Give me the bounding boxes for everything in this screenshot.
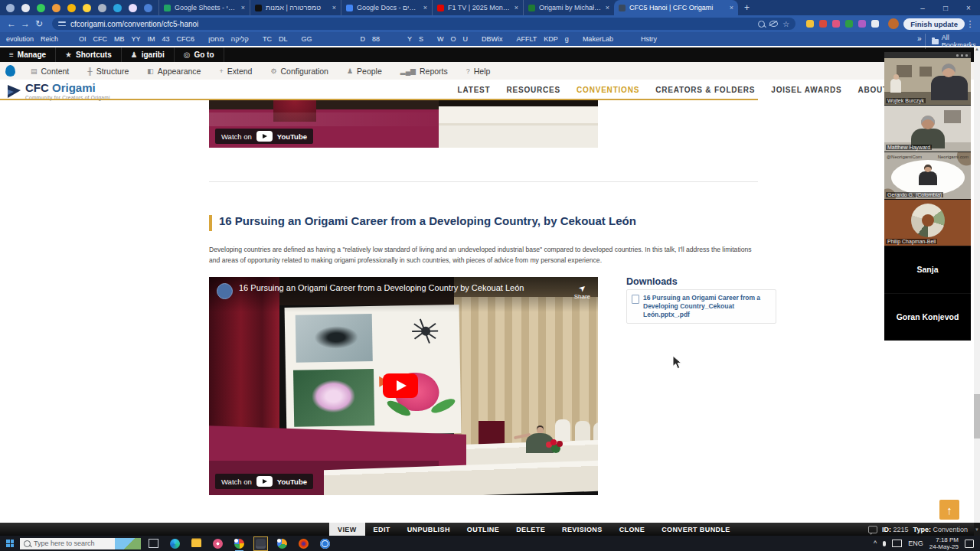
participant-tile[interactable]: Matthew Hayward Matthew Hayward [884, 106, 971, 153]
taskbar-app-icon[interactable] [212, 538, 224, 549]
drupal-admin-item[interactable]: ★ Shortcuts [56, 47, 122, 62]
participant-tile[interactable]: Philip Chapman-Bell Philip Chapman-Bell [884, 200, 971, 247]
youtube-embed-main[interactable]: 16 Pursuing an Origami Career from a Dev… [209, 277, 598, 495]
bookmark-item[interactable]: 88 [372, 35, 380, 43]
drupal-menu-item[interactable]: ? Help [457, 62, 500, 80]
bookmark-item[interactable]: U [463, 35, 469, 43]
node-admin-tab[interactable]: OUTLINE [459, 523, 508, 536]
drupal-menu-item[interactable]: ▂▄▆ Reports [391, 62, 457, 80]
extension-icon[interactable] [819, 20, 827, 28]
node-admin-tab[interactable]: REVISIONS [554, 523, 611, 536]
pinned-tab-icon[interactable] [83, 4, 91, 12]
participant-tile[interactable]: Sanja Sanja [884, 246, 971, 294]
bookmark-item[interactable]: D [360, 35, 365, 43]
participant-tile[interactable]: Wojtek Burczyk Wojtek Burczyk [884, 58, 971, 106]
watch-on-youtube-badge[interactable]: Watch on YouTube [215, 474, 313, 489]
pinned-tab-icon[interactable] [67, 4, 76, 12]
extension-icon[interactable] [832, 20, 840, 28]
taskbar-search[interactable]: Type here to search [20, 538, 141, 549]
scrollbar-up-arrow[interactable]: ▲ [974, 46, 980, 52]
taskbar-app-icon[interactable] [298, 538, 309, 549]
back-to-top-button[interactable]: ↑ [939, 500, 959, 520]
tab-close-icon[interactable]: × [606, 4, 609, 11]
reload-button[interactable]: ↻ [32, 18, 46, 29]
scrollbar-thumb[interactable] [974, 394, 980, 439]
channel-avatar[interactable] [217, 283, 233, 299]
bookmark-item[interactable]: IM [148, 35, 155, 43]
profile-avatar[interactable] [888, 18, 899, 29]
language-indicator[interactable]: ENG [908, 540, 923, 547]
extension-icon[interactable] [845, 20, 853, 28]
taskbar-app-icon[interactable] [234, 538, 245, 549]
bookmark-item[interactable]: YY [132, 35, 141, 43]
drupal-menu-item[interactable]: + Extend [210, 62, 261, 80]
site-nav-item[interactable]: CREATORS & FOLDERS [655, 86, 755, 94]
task-view-icon[interactable] [149, 539, 158, 548]
pinned-tab-icon[interactable] [6, 4, 15, 12]
drupal-menu-item[interactable]: ╫ Structure [78, 62, 138, 80]
back-button[interactable]: ← [5, 18, 18, 29]
extension-icon[interactable] [858, 20, 866, 28]
node-admin-tab[interactable]: DELETE [508, 523, 554, 536]
taskbar-app-icon[interactable] [319, 538, 331, 549]
scrollbar-track[interactable] [974, 46, 980, 523]
all-bookmarks-button[interactable]: All Bookmarks [925, 34, 980, 49]
browser-menu-icon[interactable]: ⋮ [965, 19, 975, 29]
drupal-menu-item[interactable]: ⚙ Configuration [261, 62, 338, 80]
pinned-tab-icon[interactable] [98, 4, 106, 12]
start-button[interactable] [0, 540, 20, 547]
pinned-tab-icon[interactable] [52, 4, 60, 12]
browser-tab[interactable]: Google Sheets - חישבני מחזורי עמי × [158, 0, 250, 15]
tab-close-icon[interactable]: × [514, 4, 518, 11]
bookmark-item[interactable]: מחסן [208, 35, 224, 43]
browser-tab[interactable]: Origami by Michał Kosmulski × [523, 0, 614, 15]
drupal-menu-item[interactable]: ▤ Content [21, 62, 78, 80]
maximize-button[interactable]: □ [934, 4, 957, 12]
youtube-play-button[interactable] [383, 373, 418, 398]
bookmark-item[interactable]: W [437, 35, 444, 43]
drupal-logo-icon[interactable] [5, 65, 15, 77]
new-tab-button[interactable]: + [744, 2, 750, 13]
call-panel-header[interactable] [884, 52, 971, 58]
taskbar-clock[interactable]: 7:18 PM 24-May-25 [929, 536, 959, 550]
tab-close-icon[interactable]: × [241, 4, 245, 11]
drupal-menu-item[interactable]: ♟ People [338, 62, 391, 80]
weather-widget[interactable] [115, 538, 141, 549]
bookmark-item[interactable]: DBWix [482, 35, 503, 43]
close-button[interactable]: × [957, 4, 980, 12]
password-eye-icon[interactable] [769, 21, 778, 27]
bookmark-item[interactable]: Y [407, 35, 412, 43]
taskbar-app-icon[interactable] [169, 538, 181, 549]
download-file-link[interactable]: 16 Pursuing an Origami Career from a Dev… [643, 294, 771, 319]
drupal-menu-item[interactable]: ◧ Appearance [138, 62, 210, 80]
bookmark-item[interactable]: 43 [162, 35, 170, 43]
site-nav-item[interactable]: LATEST [458, 86, 491, 94]
zoom-icon[interactable] [758, 21, 765, 28]
browser-tab[interactable]: F1 TV | 2025 Monaco GP - Qua × [432, 0, 523, 15]
pinned-tab-icon[interactable] [21, 4, 30, 12]
site-nav-item[interactable]: JOISEL AWARDS [771, 86, 841, 94]
participant-tile[interactable]: Goran Konjevod Goran Konjevod [884, 294, 971, 341]
node-admin-tab[interactable]: EDIT [365, 523, 399, 536]
node-admin-tab[interactable]: VIEW [329, 523, 365, 536]
site-info-icon[interactable] [58, 21, 66, 27]
video-call-panel[interactable]: Wojtek Burczyk Wojtek Burczyk Matthew Ha… [884, 52, 971, 341]
bookmark-item[interactable]: KDP [544, 35, 558, 43]
bookmark-item[interactable]: g [565, 35, 569, 43]
bookmark-star-icon[interactable]: ☆ [782, 20, 789, 28]
notification-center-icon[interactable] [965, 540, 974, 548]
node-admin-tab[interactable]: CONVERT BUNDLE [653, 523, 739, 536]
tray-expand-chevron[interactable]: ^ [874, 540, 877, 547]
browser-tab[interactable]: CFC5 Hanoi | CFC Origami × [614, 0, 738, 15]
bookmark-item[interactable]: S [419, 35, 423, 43]
share-button[interactable]: ➤ Share [574, 283, 590, 300]
url-text[interactable]: cfcorigami.com/convention/cfc5-hanoi [70, 20, 753, 28]
tab-close-icon[interactable]: × [423, 4, 427, 11]
microphone-icon[interactable] [883, 541, 886, 546]
watch-on-youtube-badge[interactable]: Watch on YouTube [215, 129, 313, 144]
video-title[interactable]: 16 Pursuing an Origami Career from a Dev… [239, 283, 568, 292]
node-admin-tab[interactable]: CLONE [611, 523, 654, 536]
scrollbar-down-arrow[interactable]: ▼ [974, 523, 980, 536]
bookmark-item[interactable]: קליקה [230, 35, 248, 43]
tab-close-icon[interactable]: × [730, 4, 733, 11]
